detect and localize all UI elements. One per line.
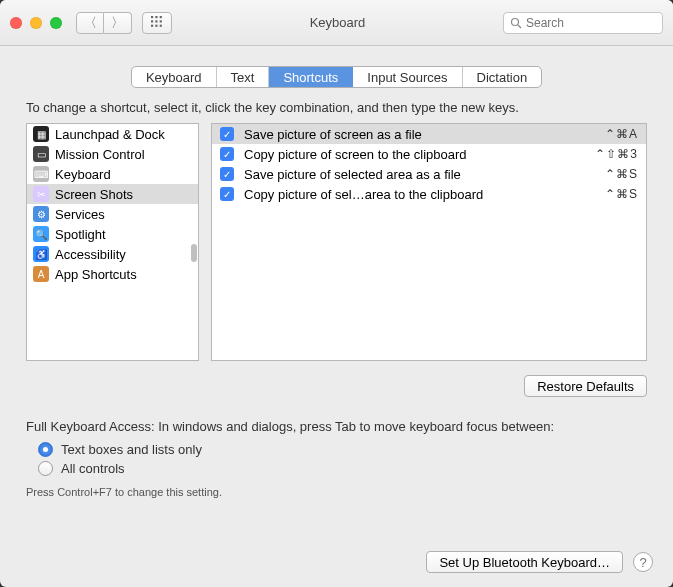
tab-keyboard[interactable]: Keyboard: [132, 67, 217, 87]
svg-line-10: [518, 25, 521, 28]
category-item[interactable]: ⌨Keyboard: [27, 164, 198, 184]
close-icon[interactable]: [10, 17, 22, 29]
access-radio-row[interactable]: All controls: [26, 459, 647, 478]
category-pane: ▦Launchpad & Dock▭Mission Control⌨Keyboa…: [26, 123, 199, 361]
shortcut-row[interactable]: ✓Copy picture of sel…area to the clipboa…: [212, 184, 646, 204]
zoom-icon[interactable]: [50, 17, 62, 29]
tab-dictation[interactable]: Dictation: [463, 67, 542, 87]
search-input[interactable]: [526, 16, 656, 30]
radio-button[interactable]: [38, 461, 53, 476]
shortcut-label: Copy picture of sel…area to the clipboar…: [244, 187, 595, 202]
category-item[interactable]: AApp Shortcuts: [27, 264, 198, 284]
scrollbar-thumb[interactable]: [191, 244, 197, 262]
tab-shortcuts[interactable]: Shortcuts: [269, 67, 353, 87]
category-icon: A: [33, 266, 49, 282]
titlebar: 〈 〉 Keyboard: [0, 0, 673, 46]
category-icon: ▭: [33, 146, 49, 162]
chevron-left-icon: 〈: [84, 14, 97, 32]
access-heading: Full Keyboard Access: In windows and dia…: [26, 419, 647, 434]
shortcut-keys[interactable]: ⌃⇧⌘3: [595, 147, 638, 161]
category-item[interactable]: ✂Screen Shots: [27, 184, 198, 204]
category-label: Accessibility: [55, 247, 126, 262]
nav-group: 〈 〉: [76, 12, 132, 34]
chevron-right-icon: 〉: [111, 14, 124, 32]
window-controls: [10, 17, 62, 29]
svg-rect-7: [155, 25, 157, 27]
category-label: Screen Shots: [55, 187, 133, 202]
shortcut-keys[interactable]: ⌃⌘A: [605, 127, 638, 141]
shortcut-row[interactable]: ✓Save picture of selected area as a file…: [212, 164, 646, 184]
minimize-icon[interactable]: [30, 17, 42, 29]
shortcut-checkbox[interactable]: ✓: [220, 147, 234, 161]
forward-button[interactable]: 〉: [104, 12, 132, 34]
category-icon: ⌨: [33, 166, 49, 182]
shortcut-row[interactable]: ✓Save picture of screen as a file⌃⌘A: [212, 124, 646, 144]
category-item[interactable]: ▭Mission Control: [27, 144, 198, 164]
category-label: Launchpad & Dock: [55, 127, 165, 142]
shortcut-checkbox[interactable]: ✓: [220, 167, 234, 181]
tab-input-sources[interactable]: Input Sources: [353, 67, 462, 87]
search-field[interactable]: [503, 12, 663, 34]
shortcut-checkbox[interactable]: ✓: [220, 127, 234, 141]
access-radio-row[interactable]: Text boxes and lists only: [26, 440, 647, 459]
shortcut-label: Copy picture of screen to the clipboard: [244, 147, 585, 162]
back-button[interactable]: 〈: [76, 12, 104, 34]
svg-rect-5: [159, 20, 161, 22]
category-label: Mission Control: [55, 147, 145, 162]
shortcut-pane: ✓Save picture of screen as a file⌃⌘A✓Cop…: [211, 123, 647, 361]
tab-text[interactable]: Text: [217, 67, 270, 87]
instruction-text: To change a shortcut, select it, click t…: [26, 100, 647, 115]
category-label: Services: [55, 207, 105, 222]
svg-rect-0: [151, 16, 153, 18]
svg-point-9: [512, 18, 519, 25]
category-label: App Shortcuts: [55, 267, 137, 282]
full-keyboard-access: Full Keyboard Access: In windows and dia…: [26, 419, 647, 498]
category-item[interactable]: ♿Accessibility: [27, 244, 198, 264]
svg-rect-6: [151, 25, 153, 27]
category-item[interactable]: ▦Launchpad & Dock: [27, 124, 198, 144]
shortcut-label: Save picture of selected area as a file: [244, 167, 595, 182]
tab-bar: KeyboardTextShortcutsInput SourcesDictat…: [0, 46, 673, 100]
window-title: Keyboard: [172, 15, 503, 30]
category-icon: 🔍: [33, 226, 49, 242]
category-item[interactable]: ⚙Services: [27, 204, 198, 224]
show-all-button[interactable]: [142, 12, 172, 34]
category-icon: ▦: [33, 126, 49, 142]
svg-rect-3: [151, 20, 153, 22]
category-label: Keyboard: [55, 167, 111, 182]
restore-defaults-button[interactable]: Restore Defaults: [524, 375, 647, 397]
svg-rect-1: [155, 16, 157, 18]
shortcut-keys[interactable]: ⌃⌘S: [605, 167, 638, 181]
category-icon: ✂: [33, 186, 49, 202]
preferences-window: 〈 〉 Keyboard KeyboardTextShortcutsInput …: [0, 0, 673, 587]
search-icon: [510, 17, 522, 29]
category-icon: ⚙: [33, 206, 49, 222]
setup-bluetooth-button[interactable]: Set Up Bluetooth Keyboard…: [426, 551, 623, 573]
radio-label: All controls: [61, 461, 125, 476]
svg-rect-8: [159, 25, 161, 27]
shortcut-row[interactable]: ✓Copy picture of screen to the clipboard…: [212, 144, 646, 164]
category-label: Spotlight: [55, 227, 106, 242]
shortcut-label: Save picture of screen as a file: [244, 127, 595, 142]
radio-label: Text boxes and lists only: [61, 442, 202, 457]
category-icon: ♿: [33, 246, 49, 262]
access-hint: Press Control+F7 to change this setting.: [26, 486, 647, 498]
svg-rect-2: [159, 16, 161, 18]
shortcut-keys[interactable]: ⌃⌘S: [605, 187, 638, 201]
radio-button[interactable]: [38, 442, 53, 457]
shortcut-checkbox[interactable]: ✓: [220, 187, 234, 201]
svg-rect-4: [155, 20, 157, 22]
help-icon: ?: [639, 555, 646, 570]
category-item[interactable]: 🔍Spotlight: [27, 224, 198, 244]
grid-icon: [151, 16, 164, 29]
help-button[interactable]: ?: [633, 552, 653, 572]
